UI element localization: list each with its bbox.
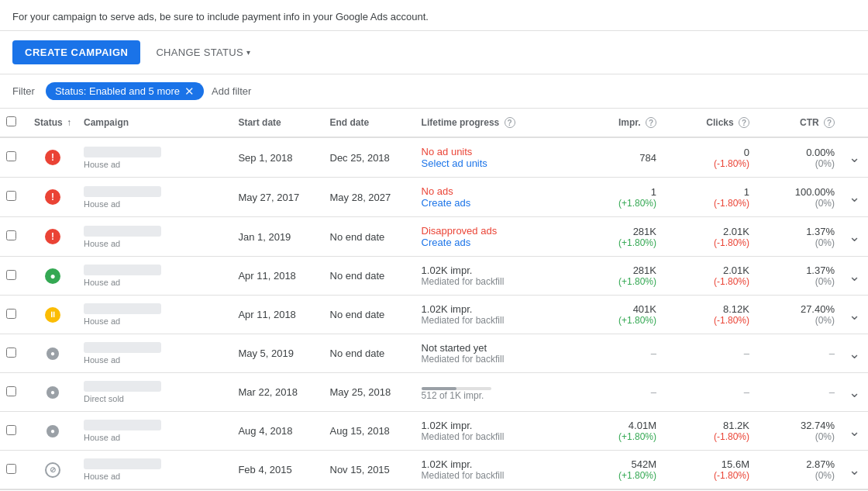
lifetime-progress-cell: 512 of 1K impr. bbox=[415, 373, 570, 412]
impr-value: 784 bbox=[576, 152, 656, 164]
create-campaign-button[interactable]: CREATE CAMPAIGN bbox=[12, 40, 140, 64]
row-checkbox-3[interactable] bbox=[6, 270, 16, 280]
progress-impr: 1.02K impr. bbox=[422, 303, 563, 315]
change-status-button[interactable]: CHANGE STATUS ▾ bbox=[150, 40, 257, 64]
impr-help-icon[interactable]: ? bbox=[646, 117, 656, 128]
table-row: ⏸ House ad Apr 11, 2018No end date 1.02K… bbox=[0, 296, 868, 334]
status-active-icon: ● bbox=[45, 268, 60, 284]
expand-row-button[interactable]: ⌄ bbox=[847, 266, 862, 286]
row-checkbox-1[interactable] bbox=[6, 191, 16, 201]
expand-cell: ⌄ bbox=[841, 296, 868, 334]
end-date-cell: May 28, 2027 bbox=[324, 178, 415, 217]
clicks-value: 81.2K bbox=[669, 420, 749, 431]
impr-cell: 1 (+1.80%) bbox=[570, 178, 663, 217]
ctr-change: (0%) bbox=[762, 315, 835, 326]
table-row: ! House ad Sep 1, 2018Dec 25, 2018 No ad… bbox=[0, 137, 868, 178]
select-all-checkbox[interactable] bbox=[0, 109, 28, 137]
status-cell: ⊘ bbox=[28, 451, 78, 489]
ctr-change: (0%) bbox=[762, 198, 835, 209]
status-col-header[interactable]: Status ↑ bbox=[28, 109, 78, 137]
add-filter-button[interactable]: Add filter bbox=[212, 85, 251, 97]
table-row: ● House ad May 5, 2019No end date Not st… bbox=[0, 334, 868, 373]
row-checkbox-8[interactable] bbox=[6, 464, 16, 474]
progress-sub: Mediated for backfill bbox=[422, 315, 563, 326]
campaigns-table-container: Status ↑ Campaign Start date End date Li… bbox=[0, 109, 868, 489]
expand-cell: ⌄ bbox=[841, 373, 868, 412]
ctr-value: 32.74% bbox=[762, 420, 835, 431]
start-date-cell: Sep 1, 2018 bbox=[232, 137, 323, 178]
row-checkbox-2[interactable] bbox=[6, 230, 16, 240]
clicks-col-header: Clicks ? bbox=[663, 109, 756, 137]
expand-cell: ⌄ bbox=[841, 412, 868, 451]
lifetime-col-header: Lifetime progress ? bbox=[415, 109, 570, 137]
status-cell: ! bbox=[28, 217, 78, 257]
status-cell: ! bbox=[28, 178, 78, 217]
clicks-cell: 15.6M (-1.80%) bbox=[663, 451, 756, 489]
lifetime-progress-cell: 1.02K impr. Mediated for backfill bbox=[415, 451, 570, 489]
start-date-cell: Jan 1, 2019 bbox=[232, 217, 323, 257]
toolbar: CREATE CAMPAIGN CHANGE STATUS ▾ bbox=[0, 31, 868, 74]
lifetime-progress-cell: Not started yet Mediated for backfill bbox=[415, 334, 570, 373]
status-cell: ! bbox=[28, 137, 78, 178]
ctr-cell: 32.74% (0%) bbox=[756, 412, 841, 451]
status-cell: ● bbox=[28, 412, 78, 451]
row-checkbox-5[interactable] bbox=[6, 348, 16, 358]
row-checkbox-6[interactable] bbox=[6, 386, 16, 396]
campaign-name-bar bbox=[84, 458, 161, 469]
ctr-change: (0%) bbox=[762, 237, 835, 248]
lifetime-help-icon[interactable]: ? bbox=[505, 117, 515, 128]
ctr-col-header: CTR ? bbox=[756, 109, 841, 137]
row-checkbox-4[interactable] bbox=[6, 309, 16, 319]
clicks-value: 2.01K bbox=[669, 226, 749, 237]
clicks-cell: 81.2K (-1.80%) bbox=[663, 412, 756, 451]
impr-change: (+1.80%) bbox=[576, 470, 656, 481]
expand-row-button[interactable]: ⌄ bbox=[847, 187, 862, 207]
impr-value: 542M bbox=[576, 458, 656, 470]
expand-row-button[interactable]: ⌄ bbox=[847, 305, 862, 325]
progress-create-ads-link2[interactable]: Create ads bbox=[422, 237, 563, 248]
ctr-value: 0.00% bbox=[762, 147, 835, 158]
progress-disapproved[interactable]: Disapproved ads bbox=[422, 225, 563, 237]
impr-cell: 542M (+1.80%) bbox=[570, 451, 663, 489]
campaigns-table: Status ↑ Campaign Start date End date Li… bbox=[0, 109, 868, 489]
expand-row-button[interactable]: ⌄ bbox=[847, 226, 862, 247]
expand-row-button[interactable]: ⌄ bbox=[847, 344, 862, 364]
progress-select-ad-units-link[interactable]: Select ad units bbox=[422, 157, 563, 169]
start-date-cell: May 27, 2017 bbox=[232, 178, 323, 217]
progress-backfill: Mediated for backfill bbox=[422, 354, 563, 365]
start-date-cell: Feb 4, 2015 bbox=[232, 451, 323, 489]
start-date-col-header: Start date bbox=[232, 109, 323, 137]
ctr-help-icon[interactable]: ? bbox=[824, 117, 835, 128]
expand-row-button[interactable]: ⌄ bbox=[847, 382, 862, 403]
impr-change: (+1.80%) bbox=[576, 198, 656, 209]
campaign-type: Direct sold bbox=[84, 394, 226, 403]
progress-bar-label: 512 of 1K impr. bbox=[422, 390, 563, 401]
expand-row-button[interactable]: ⌄ bbox=[847, 147, 862, 168]
clicks-cell: 1 (-1.80%) bbox=[663, 178, 756, 217]
top-notice: For your campaign to serve ads, be sure … bbox=[0, 0, 868, 31]
progress-create-ads-link[interactable]: Create ads bbox=[422, 197, 563, 209]
ctr-change: (0%) bbox=[762, 158, 835, 169]
clicks-change: (-1.80%) bbox=[669, 237, 749, 248]
row-checkbox-0[interactable] bbox=[6, 151, 16, 161]
expand-row-button[interactable]: ⌄ bbox=[847, 460, 862, 480]
chevron-down-icon: ▾ bbox=[246, 48, 250, 57]
filter-chip-close-icon[interactable]: ✕ bbox=[184, 85, 195, 97]
campaign-type: House ad bbox=[84, 355, 226, 365]
status-error-icon: ! bbox=[45, 189, 60, 205]
checkbox-all[interactable] bbox=[6, 116, 16, 126]
ctr-value: 1.37% bbox=[762, 226, 835, 237]
campaign-cell: House ad bbox=[78, 412, 232, 451]
impr-value: 4.01M bbox=[576, 420, 656, 431]
expand-row-button[interactable]: ⌄ bbox=[847, 421, 862, 441]
expand-cell: ⌄ bbox=[841, 217, 868, 257]
progress-no-ad-units: No ad units bbox=[422, 146, 563, 157]
sort-icon: ↑ bbox=[67, 117, 71, 128]
row-checkbox-7[interactable] bbox=[6, 425, 16, 435]
start-date-cell: May 5, 2019 bbox=[232, 334, 323, 373]
filter-chip[interactable]: Status: Enabled and 5 more ✕ bbox=[46, 82, 204, 100]
clicks-help-icon[interactable]: ? bbox=[739, 117, 749, 128]
campaign-type: House ad bbox=[84, 472, 226, 481]
expand-cell: ⌄ bbox=[841, 334, 868, 373]
ctr-value: 100.00% bbox=[762, 186, 835, 198]
